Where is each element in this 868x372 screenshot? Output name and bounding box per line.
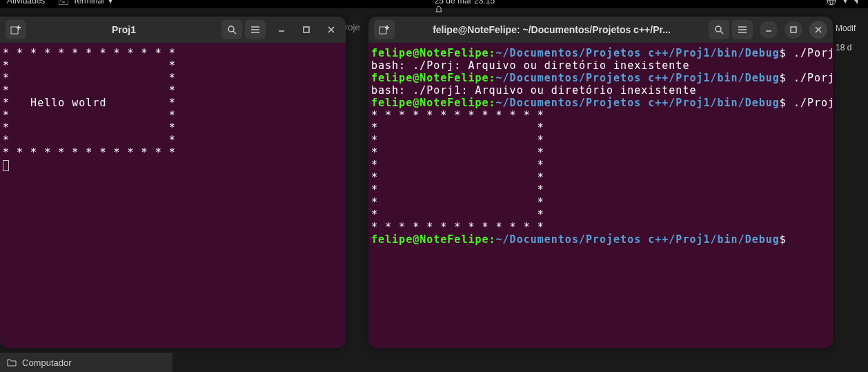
- chevron-down-icon: ▾: [108, 0, 112, 6]
- output-line: * *: [3, 134, 176, 146]
- minimize-button[interactable]: [273, 21, 290, 39]
- new-tab-button[interactable]: [6, 20, 26, 39]
- output-line: * *: [371, 196, 544, 208]
- prompt-user: felipe@NoteFelipe: [371, 72, 489, 84]
- svg-line-19: [720, 31, 723, 34]
- command-text: [787, 233, 793, 246]
- error-line: bash: ./Porj: Arquivo ou diretório inexi…: [371, 59, 689, 72]
- svg-rect-24: [791, 27, 796, 32]
- terminal-icon: [59, 0, 68, 5]
- output-line: * Hello wolrd *: [3, 97, 176, 109]
- terminal-window-proj1: Proj1 * * * * * * * * * * * * * * * *: [0, 17, 346, 348]
- prompt-dollar: $: [780, 47, 787, 59]
- prompt-user: felipe@NoteFelipe: [371, 97, 489, 109]
- bottom-panel[interactable]: Computador: [0, 353, 172, 372]
- output-line: * *: [3, 121, 176, 134]
- output-line: * * * * * * * * * * * * *: [371, 109, 544, 121]
- prompt-path: ~/Documentos/Projetos c++/Proj1/bin/Debu…: [496, 47, 780, 59]
- svg-rect-12: [304, 27, 309, 32]
- window-title: Proj1: [29, 24, 219, 35]
- title-bar: Proj1: [0, 17, 346, 43]
- prompt-user: felipe@NoteFelipe: [371, 47, 489, 59]
- output-line: * * * * * * * * * * * * *: [3, 47, 176, 59]
- output-line: * * * * * * * * * * * * *: [371, 221, 544, 233]
- prompt-colon: :: [489, 97, 496, 109]
- output-line: * *: [371, 146, 544, 159]
- output-line: * *: [3, 84, 176, 97]
- output-line: * *: [3, 59, 176, 72]
- output-line: * * * * * * * * * * * * *: [3, 146, 176, 159]
- search-button[interactable]: [221, 20, 242, 39]
- command-text: ./Porj1: [787, 72, 833, 84]
- maximize-button[interactable]: [297, 21, 315, 39]
- hamburger-menu-button[interactable]: [245, 20, 266, 39]
- title-bar: felipe@NoteFelipe: ~/Documentos/Projetos…: [368, 17, 833, 43]
- output-line: * *: [371, 134, 544, 146]
- output-line: * *: [371, 184, 544, 196]
- svg-point-6: [228, 26, 234, 32]
- maximize-button[interactable]: [785, 21, 802, 39]
- search-button[interactable]: [709, 20, 729, 39]
- terminal-output[interactable]: * * * * * * * * * * * * * * * * * * * * …: [0, 43, 346, 348]
- background-panel-fragment: Modif 18 d: [833, 22, 868, 54]
- terminal-output[interactable]: felipe@NoteFelipe:~/Documentos/Projetos …: [368, 43, 833, 348]
- prompt-colon: :: [489, 72, 496, 84]
- app-menu-terminal[interactable]: Terminal ▾: [59, 0, 112, 6]
- output-line: * *: [371, 159, 544, 171]
- background-tab-fragment: roje: [345, 22, 360, 32]
- command-text: ./Proj1: [787, 97, 833, 109]
- output-line: * *: [371, 171, 544, 184]
- status-icon[interactable]: [854, 0, 861, 6]
- svg-point-18: [716, 26, 721, 32]
- gnome-top-bar: Atividades Terminal ▾ 25 de mar 23:15 ▾: [0, 0, 868, 8]
- prompt-colon: :: [489, 47, 496, 59]
- folder-icon: [7, 358, 17, 366]
- close-button[interactable]: [322, 21, 340, 39]
- terminal-window-felipe: felipe@NoteFelipe: ~/Documentos/Projetos…: [368, 17, 833, 348]
- notification-icon[interactable]: [435, 6, 504, 14]
- prompt-path: ~/Documentos/Projetos c++/Proj1/bin/Debu…: [496, 233, 780, 246]
- network-icon[interactable]: [827, 0, 836, 6]
- cursor: [3, 160, 9, 171]
- bg-modif-label: Modif: [833, 22, 868, 35]
- close-button[interactable]: [809, 21, 827, 39]
- command-text: ./Porj: [787, 47, 833, 59]
- chevron-down-icon[interactable]: ▾: [843, 0, 847, 6]
- output-line: * *: [371, 208, 544, 221]
- location-label: Computador: [22, 358, 72, 368]
- prompt-dollar: $: [780, 97, 787, 109]
- bg-date-label: 18 d: [833, 41, 868, 54]
- app-menu-label: Terminal: [72, 0, 103, 6]
- output-line: * *: [3, 109, 176, 121]
- activities-button[interactable]: Atividades: [7, 0, 45, 6]
- window-title: felipe@NoteFelipe: ~/Documentos/Projetos…: [397, 24, 706, 35]
- error-line: bash: ./Porj1: Arquivo ou diretório inex…: [371, 84, 696, 97]
- hamburger-menu-button[interactable]: [732, 20, 753, 39]
- prompt-path: ~/Documentos/Projetos c++/Proj1/bin/Debu…: [496, 72, 780, 84]
- prompt-colon: :: [489, 233, 496, 246]
- svg-line-7: [233, 31, 236, 34]
- output-line: * *: [371, 121, 544, 134]
- prompt-path: ~/Documentos/Projetos c++/Proj1/bin/Debu…: [496, 97, 780, 109]
- output-line: * *: [3, 72, 176, 84]
- prompt-dollar: $: [780, 233, 787, 246]
- minimize-button[interactable]: [760, 21, 778, 39]
- prompt-dollar: $: [780, 72, 787, 84]
- prompt-user: felipe@NoteFelipe: [371, 233, 489, 246]
- new-tab-button[interactable]: [374, 20, 395, 39]
- clock[interactable]: 25 de mar 23:15: [435, 0, 495, 6]
